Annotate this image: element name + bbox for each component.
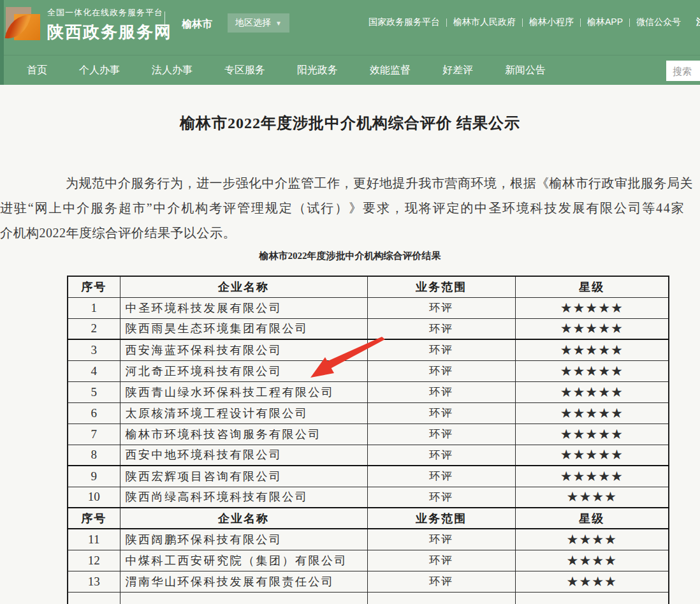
business-scope: 环评 bbox=[367, 487, 515, 508]
row-index: 5 bbox=[68, 381, 120, 402]
table-row: 1 中圣环境科技发展有限公司 环评 ★★★★★ bbox=[68, 297, 669, 318]
business-scope: 环评 bbox=[367, 424, 515, 445]
company-name: 陕西阔鹏环保科技有限公司 bbox=[120, 529, 367, 550]
star-rating: ★★★★★ bbox=[515, 381, 669, 402]
row-index: 9 bbox=[68, 466, 120, 487]
nav-item-special-zone-services[interactable]: 专区服务 bbox=[224, 64, 265, 77]
table-header-row: 序号 企业名称 业务范围 星级 bbox=[68, 508, 669, 529]
company-name: 西安中地环境科技有限公司 bbox=[120, 445, 367, 466]
site-logo[interactable] bbox=[6, 6, 40, 40]
business-scope: 环评 bbox=[367, 571, 515, 592]
link-divider bbox=[446, 18, 447, 27]
table-row: 10 陕西尚绿高科环境科技有限公司 环评 ★★★★ bbox=[68, 487, 669, 508]
table-row: 6 太原核清环境工程设计有限公司 环评 ★★★★★ bbox=[68, 402, 669, 424]
table-row: 5 陕西青山绿水环保科技工程有限公司 环评 ★★★★★ bbox=[68, 381, 669, 402]
region-select-button[interactable]: 地区选择 ▼ bbox=[228, 13, 289, 33]
paragraph-line: 为规范中介服务行为，进一步强化中介监管工作，更好地提升我市营商环境，根据《榆林市… bbox=[66, 171, 700, 196]
region-select-label: 地区选择 bbox=[235, 17, 271, 29]
page-title: 榆林市2022年度涉批中介机构综合评价 结果公示 bbox=[0, 114, 700, 133]
search-input[interactable] bbox=[666, 61, 700, 81]
row-index: 11 bbox=[68, 529, 120, 550]
link-divider bbox=[522, 18, 523, 27]
row-index: 6 bbox=[68, 402, 120, 424]
star-rating: ★★★★★ bbox=[515, 424, 669, 445]
article-content: 榆林市2022年度涉批中介机构综合评价 结果公示 为规范中介服务行为，进一步强化… bbox=[0, 114, 700, 604]
star-rating: ★★★★★ bbox=[515, 318, 669, 339]
company-name: 陕西尚绿高科环境科技有限公司 bbox=[120, 487, 367, 508]
star-rating: ★★★★★ bbox=[515, 297, 669, 318]
company-name: 太原核清环境工程设计有限公司 bbox=[120, 402, 367, 424]
company-name: 榆林市环境科技咨询服务有限公司 bbox=[120, 424, 367, 445]
company-name: 河北奇正环境科技有限公司 bbox=[120, 360, 367, 381]
platform-label: 全国一体化在线政务服务平台 bbox=[47, 7, 172, 18]
row-index: 2 bbox=[68, 318, 120, 339]
link-mini-program[interactable]: 榆林小程序 bbox=[529, 17, 574, 28]
business-scope: 环评 bbox=[367, 318, 515, 339]
row-index: 7 bbox=[68, 424, 120, 445]
business-scope bbox=[367, 592, 515, 604]
row-index: 8 bbox=[68, 445, 120, 466]
header-stars: 星级 bbox=[515, 508, 669, 529]
nav-item-news[interactable]: 新闻公告 bbox=[505, 64, 546, 77]
business-scope: 环评 bbox=[367, 466, 515, 487]
nav-item-rating[interactable]: 好差评 bbox=[442, 64, 473, 77]
company-name: 中圣环境科技发展有限公司 bbox=[120, 297, 367, 318]
company-name: 中煤科工西安研究院（集团）有限公司 bbox=[120, 550, 367, 571]
star-rating: ★★★★★ bbox=[515, 339, 669, 360]
header-company: 企业名称 bbox=[120, 508, 367, 529]
paragraph-line: 进驻“网上中介服务超市”中介机构考评管理规定（试行）》要求，现将评定的中圣环境科… bbox=[0, 196, 700, 221]
table-row: 8 西安中地环境科技有限公司 环评 ★★★★★ bbox=[68, 445, 669, 466]
business-scope: 环评 bbox=[367, 339, 515, 360]
nav-item-legal-entity-services[interactable]: 法人办事 bbox=[152, 64, 193, 77]
business-scope: 环评 bbox=[367, 360, 515, 381]
row-index: 10 bbox=[68, 487, 120, 508]
link-city-government[interactable]: 榆林市人民政府 bbox=[453, 17, 516, 28]
link-city-app[interactable]: 榆林APP bbox=[587, 17, 623, 28]
paragraph-line: 介机构2022年度综合评价结果予以公示。 bbox=[0, 221, 700, 246]
brand-block: 全国一体化在线政务服务平台 陕西政务服务网 bbox=[47, 7, 172, 43]
table-caption: 榆林市2022年度涉批中介机构综合评价结果 bbox=[0, 250, 700, 261]
header-company: 企业名称 bbox=[120, 276, 367, 297]
nav-items: 首页 个人办事 法人办事 专区服务 阳光政务 效能监督 好差评 新闻公告 bbox=[0, 55, 700, 85]
business-scope: 环评 bbox=[367, 445, 515, 466]
star-rating: ★★★★★ bbox=[515, 402, 669, 424]
table-row: 12 中煤科工西安研究院（集团）有限公司 环评 ★★★★ bbox=[68, 550, 669, 571]
business-scope: 环评 bbox=[367, 297, 515, 318]
business-scope: 环评 bbox=[367, 402, 515, 424]
nav-item-home[interactable]: 首页 bbox=[27, 64, 47, 77]
business-scope: 环评 bbox=[367, 381, 515, 402]
business-scope: 环评 bbox=[367, 550, 515, 571]
star-rating: ★★★★ bbox=[515, 571, 669, 592]
company-name: 陕西宏辉项目咨询有限公司 bbox=[120, 466, 367, 487]
site-name: 陕西政务服务网 bbox=[47, 21, 172, 43]
header-stars: 星级 bbox=[515, 276, 669, 297]
register-link[interactable]: 注册 bbox=[696, 17, 700, 28]
link-wechat-official[interactable]: 微信公众号 bbox=[636, 17, 681, 28]
star-rating: ★★★★ bbox=[515, 487, 669, 508]
company-name: 西安海蓝环保科技有限公司 bbox=[120, 339, 367, 360]
link-national-platform[interactable]: 国家政务服务平台 bbox=[368, 17, 440, 28]
current-city-label: 榆林市 bbox=[182, 18, 212, 31]
company-name: 陕西青山绿水环保科技工程有限公司 bbox=[120, 381, 367, 402]
nav-item-open-government[interactable]: 阳光政务 bbox=[297, 64, 338, 77]
table-row: 4 河北奇正环境科技有限公司 环评 ★★★★★ bbox=[68, 360, 669, 381]
table-header-row: 序号 企业名称 业务范围 星级 bbox=[68, 276, 669, 297]
header-links: 国家政务服务平台 榆林市人民政府 榆林小程序 榆林APP 微信公众号 注册 bbox=[368, 17, 700, 28]
nav-item-personal-services[interactable]: 个人办事 bbox=[79, 64, 120, 77]
row-index: 13 bbox=[68, 571, 120, 592]
table-row: 2 陕西雨昊生态环境集团有限公司 环评 ★★★★★ bbox=[68, 318, 669, 339]
nav-item-efficiency-supervision[interactable]: 效能监督 bbox=[370, 64, 411, 77]
table-row: 9 陕西宏辉项目咨询有限公司 环评 ★★★★★ bbox=[68, 466, 669, 487]
company-name: 渭南华山环保科技发展有限责任公司 bbox=[120, 571, 367, 592]
row-index: 1 bbox=[68, 297, 120, 318]
table-row-clipped bbox=[68, 592, 669, 604]
star-rating: ★★★★★ bbox=[515, 445, 669, 466]
table-row: 11 陕西阔鹏环保科技有限公司 环评 ★★★★ bbox=[68, 529, 669, 550]
evaluation-results-table: 序号 企业名称 业务范围 星级 1 中圣环境科技发展有限公司 环评 ★★★★★ … bbox=[67, 276, 669, 604]
star-rating: ★★★★ bbox=[515, 550, 669, 571]
header-scope: 业务范围 bbox=[367, 508, 515, 529]
brand-divider bbox=[164, 11, 165, 37]
link-divider bbox=[580, 18, 581, 27]
table-row: 13 渭南华山环保科技发展有限责任公司 环评 ★★★★ bbox=[68, 571, 669, 592]
site-header: 全国一体化在线政务服务平台 陕西政务服务网 榆林市 地区选择 ▼ 国家政务服务平… bbox=[0, 0, 700, 55]
